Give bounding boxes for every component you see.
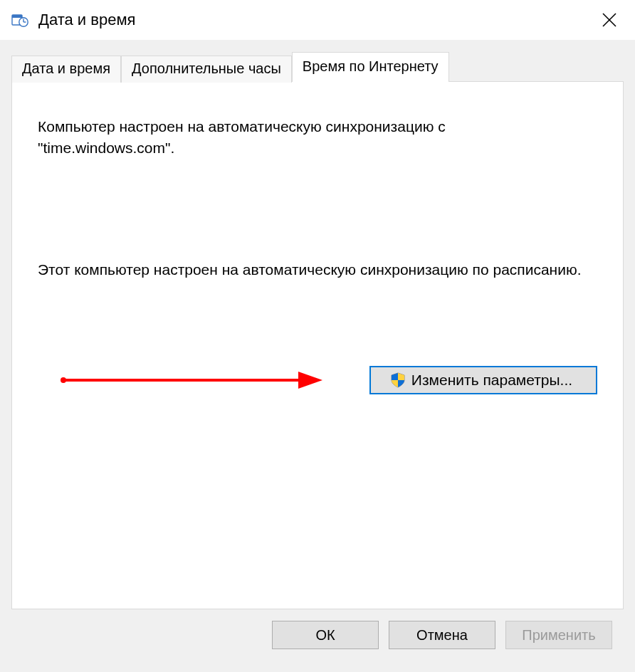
change-settings-button[interactable]: Изменить параметры... [369,366,597,394]
svg-point-8 [61,377,66,383]
tab-label: Дополнительные часы [132,61,281,76]
sync-status-text: Компьютер настроен на автоматическую син… [38,116,579,159]
uac-shield-icon [390,372,406,388]
dialog-window: Дата и время Дата и время Дополнительные… [0,0,635,672]
annotation-arrow [59,369,322,391]
tab-internet-time[interactable]: Время по Интернету [292,52,449,82]
change-settings-row: Изменить параметры... [38,366,597,394]
schedule-status-text: Этот компьютер настроен на автоматическу… [38,259,593,280]
ok-button[interactable]: ОК [272,621,379,649]
tab-panel-internet-time: Компьютер настроен на автоматическую син… [11,81,624,609]
button-label: ОК [315,627,335,644]
svg-marker-9 [298,372,322,389]
window-title: Дата и время [38,11,589,29]
tab-additional-clocks[interactable]: Дополнительные часы [121,56,292,83]
cancel-button[interactable]: Отмена [389,621,495,649]
dialog-button-row: ОК Отмена Применить [11,609,624,661]
apply-button: Применить [505,621,612,649]
tab-label: Дата и время [22,61,110,76]
date-time-icon [11,11,28,28]
tab-label: Время по Интернету [303,58,439,74]
client-area: Дата и время Дополнительные часы Время п… [0,40,635,672]
change-settings-label: Изменить параметры... [411,372,572,389]
titlebar: Дата и время [0,0,635,40]
close-button[interactable] [589,0,629,40]
svg-rect-1 [12,15,22,18]
tab-strip: Дата и время Дополнительные часы Время п… [11,51,624,81]
tab-date-time[interactable]: Дата и время [11,56,121,83]
button-label: Отмена [416,627,468,644]
button-label: Применить [522,627,595,644]
